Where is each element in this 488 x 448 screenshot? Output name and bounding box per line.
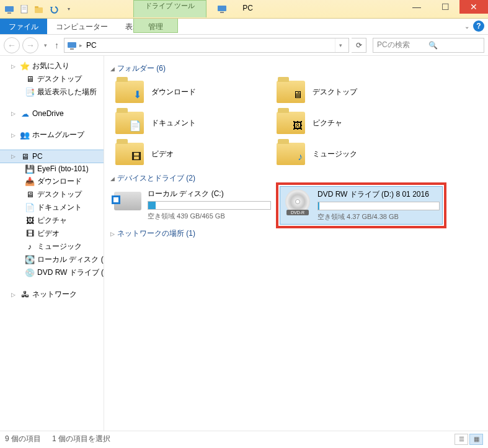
history-dropdown-icon[interactable]: ▾ [41, 37, 50, 53]
qat-dropdown-icon[interactable]: ▾ [62, 2, 76, 16]
search-icon: 🔍 [428, 41, 480, 50]
tab-manage[interactable]: 管理 [133, 19, 178, 33]
svg-rect-10 [70, 48, 74, 50]
svg-rect-3 [22, 7, 26, 7]
pc-tree-icon: 🖥 [20, 151, 30, 161]
dvd-disc-icon [283, 189, 313, 214]
expand-icon: ▷ [110, 231, 115, 237]
folder-pictures[interactable]: 🖼ピクチャ [272, 107, 433, 138]
status-bar: 9 個の項目 1 個の項目を選択 ☰ ▦ [0, 431, 488, 447]
folder-music[interactable]: ♪ミュージック [272, 138, 433, 169]
sidebar-item-dvd[interactable]: 💿DVD RW ドライブ (D [0, 266, 104, 279]
picture-inner-icon: 🖼 [293, 120, 303, 132]
music-icon: ♪ [25, 242, 35, 252]
folder-desktop[interactable]: 🖥デスクトップ [272, 76, 433, 107]
videos-icon: 🎞 [25, 229, 35, 239]
close-button[interactable]: ✕ [459, 0, 488, 14]
music-inner-icon: ♪ [298, 151, 303, 163]
drive-icon: 💽 [25, 255, 35, 265]
homegroup-icon: 👥 [20, 130, 30, 140]
section-folders-header[interactable]: ◢フォルダー (6) [110, 60, 482, 76]
sidebar-item-pictures[interactable]: 🖼ピクチャ [0, 214, 104, 227]
downloads-icon: 📥 [25, 177, 35, 187]
sidebar-network[interactable]: ▷🖧ネットワーク [0, 288, 104, 301]
capacity-text: 空き領域 4.37 GB/4.38 GB [317, 212, 440, 222]
sidebar-item-localdisk[interactable]: 💽ローカル ディスク (C:) [0, 253, 104, 266]
forward-button[interactable]: → [22, 37, 38, 53]
collapse-icon: ◢ [110, 66, 115, 72]
back-button[interactable]: ← [4, 37, 20, 53]
sidebar-item-desktop2[interactable]: 🖥デスクトップ [0, 188, 104, 201]
sidebar-item-videos[interactable]: 🎞ビデオ [0, 227, 104, 240]
ribbon-tabs: ファイル コンピューター 表示 管理 ⌄ ? [0, 19, 488, 35]
drive-name: ローカル ディスク (C:) [148, 189, 271, 199]
svg-rect-7 [218, 6, 226, 11]
window-title-icon [217, 4, 227, 14]
refresh-button[interactable]: ⟳ [352, 38, 366, 53]
tab-computer[interactable]: コンピューター [47, 19, 117, 34]
content-pane: ◢フォルダー (6) ⬇ダウンロード 🖥デスクトップ 📄ドキュメント 🖼ピクチャ… [104, 56, 488, 431]
folders-grid: ⬇ダウンロード 🖥デスクトップ 📄ドキュメント 🖼ピクチャ 🎞ビデオ ♪ミュージ… [110, 76, 482, 169]
new-folder-icon[interactable] [32, 2, 46, 16]
tab-file[interactable]: ファイル [0, 19, 47, 34]
network-icon: 🖧 [20, 290, 30, 300]
device-icon: 💾 [25, 164, 35, 174]
properties-icon[interactable] [17, 2, 31, 16]
documents-icon: 📄 [25, 203, 35, 213]
up-button[interactable]: ↑ [52, 40, 61, 50]
svg-rect-0 [5, 6, 14, 12]
sidebar-favorites[interactable]: ▷⭐お気に入り [0, 60, 104, 73]
capacity-text: 空き領域 439 GB/465 GB [148, 212, 271, 221]
title-bar: ▾ ドライブ ツール PC — ☐ ✕ [0, 0, 488, 19]
folder-downloads[interactable]: ⬇ダウンロード [110, 76, 272, 107]
svg-rect-5 [35, 7, 43, 13]
search-placeholder: PCの検索 [377, 40, 428, 50]
minimize-button[interactable]: — [402, 0, 431, 14]
capacity-bar [317, 202, 440, 210]
sidebar-item-desktop[interactable]: 🖥デスクトップ [0, 73, 104, 86]
drive-local-c[interactable]: ローカル ディスク (C:) 空き領域 439 GB/465 GB [110, 186, 273, 225]
quick-access-toolbar: ▾ [0, 2, 76, 16]
drives-grid: ローカル ディスク (C:) 空き領域 439 GB/465 GB DVD RW… [110, 186, 482, 225]
view-tiles-button[interactable]: ▦ [469, 434, 483, 445]
sidebar-pc[interactable]: ▷🖥PC [0, 150, 104, 163]
status-selected-count: 1 個の項目を選択 [52, 434, 110, 444]
window-title: PC [242, 4, 253, 12]
pc-icon[interactable] [2, 2, 16, 16]
video-inner-icon: 🎞 [131, 151, 141, 163]
breadcrumb-separator-icon[interactable]: ▸ [79, 42, 82, 48]
pictures-icon: 🖼 [25, 216, 35, 226]
address-dropdown-icon[interactable]: ▾ [335, 38, 346, 52]
onedrive-icon: ☁ [20, 109, 30, 119]
navigation-bar: ← → ▾ ↑ ▸ PC ▾ ⟳ PCの検索 🔍 [0, 35, 488, 56]
desktop-inner-icon: 🖥 [293, 89, 303, 101]
sidebar-item-music[interactable]: ♪ミュージック [0, 240, 104, 253]
navigation-pane: ▷⭐お気に入り 🖥デスクトップ 📑最近表示した場所 ▷☁OneDrive ▷👥ホ… [0, 56, 104, 431]
star-icon: ⭐ [20, 61, 30, 71]
sidebar-item-recent[interactable]: 📑最近表示した場所 [0, 86, 104, 99]
breadcrumb-pc[interactable]: PC [85, 41, 98, 50]
status-item-count: 9 個の項目 [5, 434, 41, 444]
svg-rect-4 [22, 9, 26, 9]
help-icon[interactable]: ? [473, 20, 484, 32]
ribbon-expand-icon[interactable]: ⌄ [464, 23, 469, 30]
undo-icon[interactable] [47, 2, 61, 16]
recent-icon: 📑 [25, 87, 35, 97]
sidebar-item-documents[interactable]: 📄ドキュメント [0, 201, 104, 214]
local-disk-icon [113, 189, 143, 213]
svg-rect-6 [35, 6, 38, 8]
sidebar-item-downloads[interactable]: 📥ダウンロード [0, 175, 104, 188]
sidebar-homegroup[interactable]: ▷👥ホームグループ [0, 128, 104, 141]
folder-videos[interactable]: 🎞ビデオ [110, 138, 272, 169]
search-input[interactable]: PCの検索 🔍 [373, 38, 484, 53]
drive-dvd-d[interactable]: DVD RW ドライブ (D:) 8 01 2016 空き領域 4.37 GB/… [280, 186, 443, 225]
maximize-button[interactable]: ☐ [431, 0, 459, 14]
sidebar-item-eyefi[interactable]: 💾EyeFi (bto-101) [0, 163, 104, 175]
section-drives-header[interactable]: ◢デバイスとドライブ (2) [110, 169, 482, 186]
collapse-icon: ◢ [110, 176, 115, 182]
view-details-button[interactable]: ☰ [455, 434, 468, 445]
section-network-header[interactable]: ▷ネットワークの場所 (1) [110, 225, 482, 241]
sidebar-onedrive[interactable]: ▷☁OneDrive [0, 107, 104, 120]
address-bar[interactable]: ▸ PC ▾ [64, 38, 349, 53]
folder-documents[interactable]: 📄ドキュメント [110, 107, 272, 138]
